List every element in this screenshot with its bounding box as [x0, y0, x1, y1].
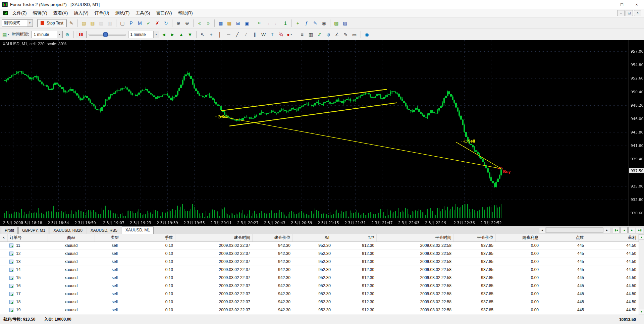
- menu-item-file[interactable]: 文件(Z): [9, 9, 30, 17]
- column-header-open-price[interactable]: 建仓价位: [252, 234, 292, 241]
- zoom-in-icon[interactable]: ⊕: [174, 19, 182, 27]
- column-header-type[interactable]: 类型: [95, 234, 135, 241]
- last-chart-button[interactable]: ►▮: [636, 227, 643, 233]
- tab-xauusd-rb20[interactable]: XAUUSD, RB20: [50, 227, 86, 234]
- vertical-grid-icon[interactable]: ▥: [307, 31, 315, 39]
- close-order-icon[interactable]: ✗: [153, 19, 161, 27]
- chart-list-icon[interactable]: ▣: [243, 19, 251, 27]
- price-chart-canvas[interactable]: [0, 40, 644, 226]
- chart-shift-icon[interactable]: ←: [273, 19, 281, 27]
- tab-xauusd-m1[interactable]: XAUUSD, M1: [122, 226, 154, 234]
- edit-test-icon[interactable]: ✎: [67, 19, 75, 27]
- horizontal-line-tool-icon[interactable]: ─: [225, 31, 233, 39]
- new-note-icon[interactable]: ▢: [118, 19, 126, 27]
- minimize-button[interactable]: –: [600, 0, 614, 9]
- scroll-up-icon[interactable]: ▲: [639, 234, 644, 240]
- pending-order-icon[interactable]: P: [127, 19, 135, 27]
- menu-item-insert[interactable]: 插入(V): [71, 9, 91, 17]
- step-forward-icon[interactable]: ►: [169, 31, 177, 39]
- copy-chart-icon[interactable]: ▤: [80, 19, 88, 27]
- pause-test-button[interactable]: ▮▮: [76, 31, 87, 38]
- market-order-icon[interactable]: M: [136, 19, 144, 27]
- column-header-symbol[interactable]: 商品: [48, 234, 95, 241]
- table-row[interactable]: 12xauusdsell0.102009.03.02 22:37942.3095…: [0, 250, 638, 258]
- column-header-sl[interactable]: S/L: [292, 234, 333, 241]
- one-click-trading-icon[interactable]: 1: [281, 19, 289, 27]
- indicator-list-icon[interactable]: ƒ: [303, 19, 311, 27]
- channel-tool-icon[interactable]: ∥: [251, 31, 259, 39]
- table-row[interactable]: 11xauusdsell0.102009.03.02 22:37942.3095…: [0, 241, 638, 250]
- data-center-icon[interactable]: ▧: [332, 19, 340, 27]
- column-header-profit[interactable]: 获利: [586, 234, 638, 241]
- timeframe-settings-icon[interactable]: ⊛: [63, 31, 71, 39]
- eraser-tool-icon[interactable]: ▭: [351, 31, 359, 39]
- screenshot-icon[interactable]: ◉: [320, 19, 328, 27]
- tab-scroll-left-button[interactable]: ◄: [539, 227, 545, 233]
- mdi-close-button[interactable]: ×: [634, 10, 641, 16]
- timeframe-select[interactable]: 1 minute ▼: [32, 31, 63, 38]
- tab-scroll-right-button[interactable]: ►: [604, 227, 610, 233]
- fibonacci-tool-icon[interactable]: ¾: [277, 31, 285, 39]
- line-chart-mode-icon[interactable]: ≈: [255, 19, 263, 27]
- tab-profit[interactable]: Profit: [1, 227, 18, 234]
- market-depth-icon[interactable]: ▩: [225, 19, 233, 27]
- column-header-lots[interactable]: 手数: [135, 234, 175, 241]
- skip-to-start-icon[interactable]: ▲: [177, 31, 185, 39]
- shapes-tool-icon[interactable]: ●▼: [286, 31, 294, 39]
- crosshair-tool-icon[interactable]: +: [207, 31, 215, 39]
- tick-chart-icon[interactable]: ▦: [217, 19, 225, 27]
- cursor-tool-icon[interactable]: ↖: [199, 31, 207, 39]
- slider-handle[interactable]: [103, 32, 108, 37]
- pitchfork-tool-icon[interactable]: ψ: [324, 31, 332, 39]
- close-panel-button[interactable]: ×: [0, 234, 7, 241]
- menu-item-test[interactable]: 测试(T): [112, 9, 133, 17]
- orders-vertical-scrollbar[interactable]: ▲ ▼: [639, 234, 644, 315]
- add-indicator-icon[interactable]: +: [294, 19, 302, 27]
- scroll-chart-forward-icon[interactable]: »: [204, 19, 212, 27]
- table-row[interactable]: 15xauusdsell0.102009.03.02 22:37942.3095…: [0, 274, 638, 282]
- new-chart-window-icon[interactable]: ⊞: [234, 19, 242, 27]
- column-header-open-time[interactable]: 建仓时间: [175, 234, 252, 241]
- menu-item-help[interactable]: 帮助(R): [175, 9, 196, 17]
- table-row[interactable]: 17xauusdsell0.102009.03.02 22:37942.3095…: [0, 290, 638, 298]
- tab-xauusd-rb5[interactable]: XAUUSD, RB5: [87, 227, 121, 234]
- skip-to-end-icon[interactable]: ▼: [186, 31, 194, 39]
- column-header-points[interactable]: 点数: [541, 234, 586, 241]
- column-header-tp[interactable]: T/P: [333, 234, 376, 241]
- text-tool-icon[interactable]: T: [268, 31, 276, 39]
- sync-charts-icon[interactable]: ◉: [363, 31, 371, 39]
- stop-test-button[interactable]: Stop Test: [37, 19, 67, 27]
- test-speed-slider[interactable]: [89, 31, 126, 38]
- zoom-out-icon[interactable]: ⊖: [183, 19, 191, 27]
- levels-list-icon[interactable]: ≡: [298, 31, 306, 39]
- table-row[interactable]: 16xauusdsell0.102009.03.02 22:37942.3095…: [0, 282, 638, 290]
- confirm-order-icon[interactable]: ✓: [145, 19, 153, 27]
- column-header-close-price[interactable]: 平仓价位: [453, 234, 495, 241]
- test-speed-select[interactable]: 1 minute ▼: [128, 31, 159, 38]
- table-row[interactable]: 18xauusdsell0.102009.03.02 22:37942.3095…: [0, 298, 638, 306]
- chart-template-dropdown-icon[interactable]: ▤▼: [2, 31, 10, 39]
- step-back-icon[interactable]: ◄: [160, 31, 168, 39]
- trendline-tool-icon[interactable]: ╱: [233, 31, 241, 39]
- mdi-minimize-button[interactable]: –: [617, 10, 625, 16]
- first-chart-button[interactable]: ▮◄: [613, 227, 620, 233]
- scroll-down-icon[interactable]: ▼: [639, 309, 644, 314]
- vertical-line-tool-icon[interactable]: │: [216, 31, 224, 39]
- close-button[interactable]: ×: [629, 0, 644, 9]
- scroll-chart-back-icon[interactable]: «: [196, 19, 204, 27]
- mdi-restore-button[interactable]: ◱: [626, 10, 633, 16]
- wave-tool-icon[interactable]: W: [260, 31, 268, 39]
- restart-test-icon[interactable]: ↻: [162, 19, 170, 27]
- tab-scrollbar-track[interactable]: [546, 227, 603, 233]
- menu-item-orders[interactable]: 订单(U): [92, 9, 112, 17]
- menu-item-tools[interactable]: 工具(S): [132, 9, 153, 17]
- menu-item-window[interactable]: 窗口(W): [153, 9, 175, 17]
- menu-item-view[interactable]: 查看(X): [50, 9, 71, 17]
- angle-tool-icon[interactable]: ∠: [333, 31, 341, 39]
- table-row[interactable]: 14xauusdsell0.102009.03.02 22:37942.3095…: [0, 266, 638, 274]
- table-row[interactable]: 19xauusdsell0.102009.03.02 22:37942.3095…: [0, 306, 638, 314]
- apply-template-icon[interactable]: ✎: [311, 19, 319, 27]
- next-chart-button[interactable]: ►: [628, 227, 635, 233]
- column-header-order-id[interactable]: 订单号: [7, 234, 48, 241]
- menu-item-edit[interactable]: 编辑(Y): [30, 9, 50, 17]
